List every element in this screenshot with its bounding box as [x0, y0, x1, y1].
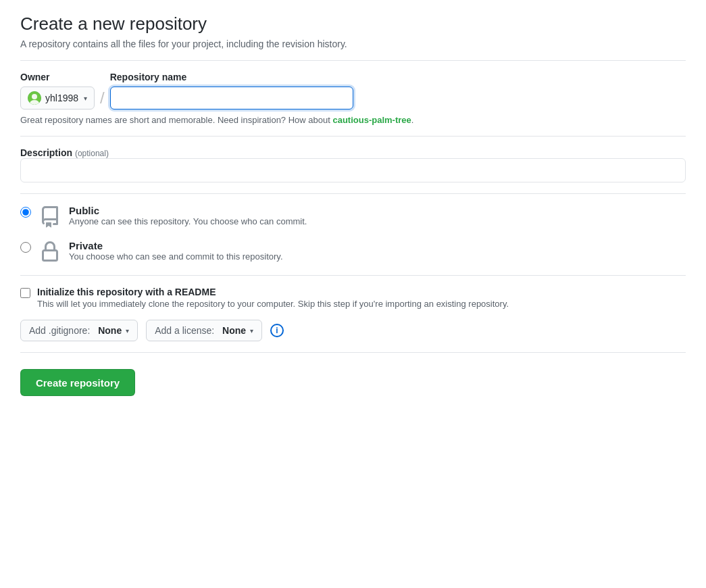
owner-avatar-img [28, 91, 41, 105]
gitignore-label: Add .gitignore: [29, 325, 90, 336]
license-dropdown[interactable]: Add a license: None ▾ [146, 320, 262, 341]
submit-section: Create repository [20, 369, 686, 396]
create-repository-button[interactable]: Create repository [20, 369, 135, 396]
description-divider [20, 193, 686, 194]
visibility-divider [20, 275, 686, 276]
suggestion-suffix: . [411, 115, 414, 125]
slash-separator: / [100, 87, 105, 109]
public-repo-icon [38, 205, 62, 229]
page-subtitle: A repository contains all the files for … [20, 39, 686, 49]
visibility-section: Public Anyone can see this repository. Y… [20, 205, 686, 264]
private-repo-icon [38, 240, 62, 264]
owner-repo-row: Owner yhl1998 ▾ / Repository name [20, 72, 686, 109]
dropdowns-row: Add .gitignore: None ▾ Add a license: No… [20, 320, 686, 341]
gitignore-dropdown[interactable]: Add .gitignore: None ▾ [20, 320, 138, 341]
license-label: Add a license: [155, 325, 214, 336]
private-text-group: Private You choose who can see and commi… [69, 240, 283, 262]
owner-field-group: Owner yhl1998 ▾ [20, 72, 95, 109]
gitignore-value: None [98, 325, 122, 336]
public-radio-align [20, 205, 31, 218]
readme-title: Initialize this repository with a README [37, 287, 509, 297]
description-input[interactable] [20, 158, 686, 182]
private-option: Private You choose who can see and commi… [20, 240, 686, 264]
description-label: Description (optional) [20, 147, 109, 158]
public-text-group: Public Anyone can see this repository. Y… [69, 205, 307, 226]
repo-name-label: Repository name [110, 72, 353, 82]
suggestion-prefix: Great repository names are short and mem… [20, 115, 332, 125]
owner-repo-divider [20, 136, 686, 137]
suggestion-link[interactable]: cautious-palm-tree [332, 115, 411, 125]
private-label: Private [69, 240, 283, 251]
suggestion-text: Great repository names are short and mem… [20, 115, 686, 125]
page-title: Create a new repository [20, 14, 686, 34]
info-icon[interactable]: i [270, 324, 284, 337]
owner-name: yhl1998 [45, 93, 78, 103]
repo-name-input[interactable] [110, 87, 353, 109]
owner-dropdown[interactable]: yhl1998 ▾ [20, 87, 95, 109]
gitignore-arrow: ▾ [126, 327, 129, 335]
license-arrow: ▾ [250, 327, 253, 335]
owner-repo-section: Owner yhl1998 ▾ / Repository name Great … [20, 72, 686, 125]
private-radio[interactable] [20, 242, 31, 253]
owner-label: Owner [20, 72, 95, 82]
readme-section: Initialize this repository with a README… [20, 287, 686, 341]
readme-text-group: Initialize this repository with a README… [37, 287, 509, 309]
svg-point-1 [32, 94, 37, 99]
private-description: You choose who can see and commit to thi… [69, 251, 283, 262]
public-option: Public Anyone can see this repository. Y… [20, 205, 686, 229]
owner-dropdown-arrow: ▾ [84, 95, 87, 102]
owner-avatar [28, 91, 41, 105]
readme-checkbox[interactable] [20, 288, 30, 298]
public-description: Anyone can see this repository. You choo… [69, 216, 307, 226]
readme-row: Initialize this repository with a README… [20, 287, 686, 309]
private-radio-align [20, 240, 31, 253]
public-radio[interactable] [20, 207, 31, 218]
public-label: Public [69, 205, 307, 216]
repo-name-field-group: Repository name [110, 72, 353, 109]
readme-divider [20, 352, 686, 353]
description-optional: (optional) [75, 149, 109, 158]
license-value: None [222, 325, 246, 336]
header-divider [20, 60, 686, 61]
description-section: Description (optional) [20, 147, 686, 182]
readme-description: This will let you immediately clone the … [37, 299, 509, 309]
